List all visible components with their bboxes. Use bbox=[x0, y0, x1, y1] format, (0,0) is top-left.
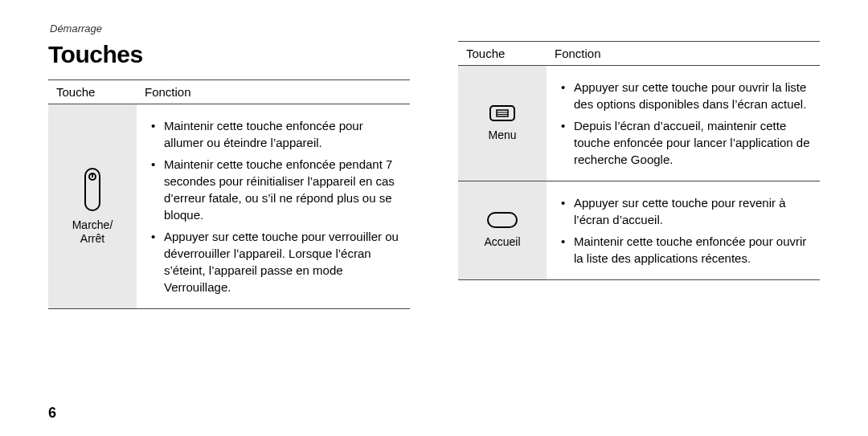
power-button-icon bbox=[56, 167, 129, 212]
col-header-func: Fonction bbox=[137, 80, 410, 104]
func-bullet: Maintenir cette touche enfoncée pour all… bbox=[156, 117, 402, 151]
func-bullet: Maintenir cette touche enfoncée pour ouv… bbox=[566, 233, 812, 267]
col-header-func: Fonction bbox=[547, 42, 820, 66]
func-bullet: Maintenir cette touche enfoncée pendant … bbox=[156, 156, 402, 223]
table-row: Accueil Appuyer sur cette touche pour re… bbox=[458, 181, 820, 280]
key-label: Accueil bbox=[466, 235, 538, 250]
home-key-icon bbox=[466, 211, 538, 229]
keys-table-right: Touche Fonction bbox=[458, 41, 820, 280]
keys-table-left: Touche Fonction bbox=[48, 79, 410, 309]
key-label: Menu bbox=[466, 128, 538, 143]
page-title: Touches bbox=[48, 41, 410, 68]
col-header-key: Touche bbox=[48, 80, 137, 104]
svg-rect-7 bbox=[488, 213, 517, 227]
menu-key-icon bbox=[466, 104, 538, 122]
running-head: Démarrage bbox=[50, 22, 820, 35]
func-bullet: Depuis l’écran d’accueil, maintenir cett… bbox=[566, 117, 812, 168]
func-bullet: Appuyer sur cette touche pour verrouille… bbox=[156, 228, 402, 295]
func-bullet: Appuyer sur cette touche pour ouvrir la … bbox=[566, 79, 812, 112]
table-row: Menu Appuyer sur cette touche pour ouvri… bbox=[458, 66, 820, 181]
key-label: Marche/Arrêt bbox=[56, 218, 129, 247]
page-number: 6 bbox=[48, 405, 56, 422]
svg-rect-4 bbox=[497, 110, 508, 116]
table-row: Marche/Arrêt Maintenir cette touche enfo… bbox=[48, 104, 410, 309]
func-bullet: Appuyer sur cette touche pour revenir à … bbox=[566, 194, 812, 228]
svg-rect-3 bbox=[490, 106, 514, 120]
right-column: Touche Fonction bbox=[458, 41, 820, 309]
col-header-key: Touche bbox=[458, 42, 547, 66]
left-column: Touches Touche Fonction bbox=[48, 41, 410, 309]
